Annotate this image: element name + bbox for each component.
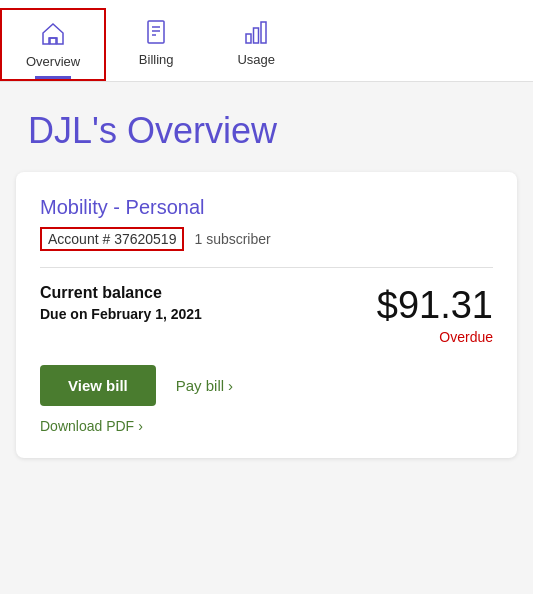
balance-amount: $91.31 xyxy=(377,284,493,327)
balance-left: Current balance Due on February 1, 2021 xyxy=(40,284,202,322)
card-header: Mobility - Personal Account # 37620519 1… xyxy=(40,196,493,251)
svg-rect-1 xyxy=(148,21,164,43)
svg-rect-0 xyxy=(50,38,56,44)
subscriber-text: 1 subscriber xyxy=(194,231,270,247)
account-number: Account # 37620519 xyxy=(40,227,184,251)
home-icon xyxy=(37,18,69,50)
balance-label: Current balance xyxy=(40,284,202,302)
nav-item-usage[interactable]: Usage xyxy=(206,8,306,81)
download-row: Download PDF › xyxy=(40,418,493,434)
nav-item-overview[interactable]: Overview xyxy=(0,8,106,81)
page-title: DJL's Overview xyxy=(28,110,505,152)
nav-item-billing[interactable]: Billing xyxy=(106,8,206,81)
billing-icon xyxy=(140,16,172,48)
mobility-card: Mobility - Personal Account # 37620519 1… xyxy=(16,172,517,458)
nav-label-billing: Billing xyxy=(139,52,174,67)
balance-right: $91.31 Overdue xyxy=(377,284,493,345)
nav-label-overview: Overview xyxy=(26,54,80,69)
view-bill-button[interactable]: View bill xyxy=(40,365,156,406)
balance-section: Current balance Due on February 1, 2021 … xyxy=(40,284,493,345)
actions-row: View bill Pay bill › xyxy=(40,365,493,406)
nav-underline-overview xyxy=(35,76,71,79)
card-divider xyxy=(40,267,493,268)
download-pdf-link[interactable]: Download PDF › xyxy=(40,418,493,434)
page-title-section: DJL's Overview xyxy=(0,82,533,172)
nav-label-usage: Usage xyxy=(237,52,275,67)
pay-bill-arrow: › xyxy=(228,377,233,394)
svg-rect-5 xyxy=(246,34,251,43)
account-row: Account # 37620519 1 subscriber xyxy=(40,227,493,251)
download-label: Download PDF xyxy=(40,418,134,434)
overdue-text: Overdue xyxy=(377,329,493,345)
due-date: Due on February 1, 2021 xyxy=(40,306,202,322)
mobility-title: Mobility - Personal xyxy=(40,196,493,219)
svg-rect-7 xyxy=(261,22,266,43)
svg-rect-6 xyxy=(254,28,259,43)
usage-icon xyxy=(240,16,272,48)
pay-bill-label: Pay bill xyxy=(176,377,224,394)
pay-bill-link[interactable]: Pay bill › xyxy=(176,377,233,394)
top-navigation: Overview Billing Usage xyxy=(0,0,533,82)
download-arrow: › xyxy=(138,418,143,434)
